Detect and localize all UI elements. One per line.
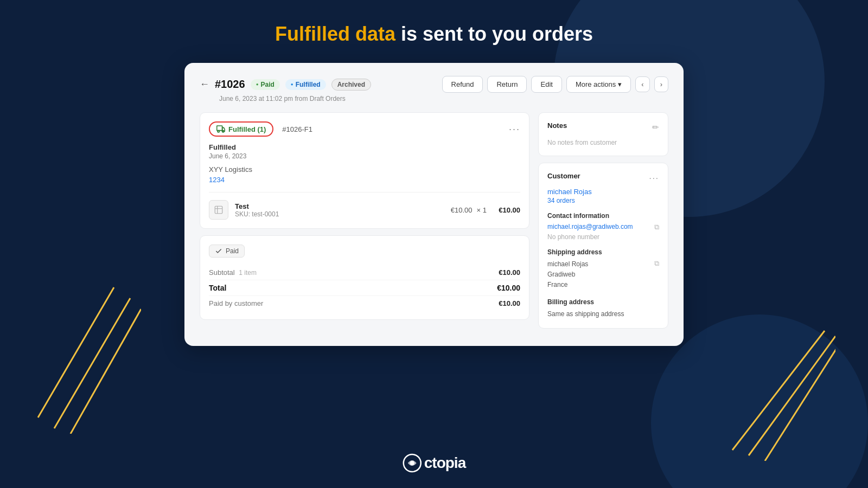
- notes-content: No notes from customer: [547, 139, 617, 146]
- nav-next-button[interactable]: ›: [654, 76, 668, 92]
- fulfillment-date: June 6, 2023: [209, 152, 520, 160]
- checkmark-icon: [215, 247, 222, 255]
- total-label: Total: [209, 284, 226, 292]
- contact-email-link[interactable]: michael.rojas@gradiweb.com: [547, 223, 633, 230]
- shipping-section-label: Shipping address: [547, 248, 659, 256]
- copy-email-icon[interactable]: ⧉: [654, 223, 659, 232]
- fulfillment-status: Fulfilled: [209, 143, 520, 151]
- main-layout: Fulfilled (1) #1026-F1 ··· Fulfilled Jun…: [200, 112, 668, 329]
- page-title: Fulfilled data is sent to you orders: [0, 0, 868, 46]
- svg-rect-9: [215, 206, 222, 214]
- fulfilled-badge: Fulfilled (1): [209, 121, 273, 137]
- notes-header: Notes ✏: [547, 121, 659, 133]
- tracking-link[interactable]: 1234: [209, 176, 225, 184]
- logistics-name: XYY Logistics: [209, 165, 520, 174]
- order-header-left: ← #1026 Paid Fulfilled Archived: [200, 78, 371, 91]
- title-highlight: Fulfilled data: [275, 23, 395, 45]
- svg-line-5: [765, 342, 835, 461]
- customer-header: Customer ···: [547, 172, 659, 183]
- back-arrow[interactable]: ←: [200, 79, 209, 90]
- copy-shipping-icon[interactable]: ⧉: [654, 259, 659, 268]
- truck-icon: [216, 125, 225, 133]
- svg-line-2: [71, 309, 141, 434]
- notes-panel: Notes ✏ No notes from customer: [538, 112, 668, 156]
- subtotal-label: Subtotal 1 item: [209, 268, 257, 277]
- order-card: ← #1026 Paid Fulfilled Archived Refund R…: [184, 63, 684, 346]
- product-name: Test: [235, 202, 444, 210]
- product-unit-price: €10.00: [451, 206, 473, 214]
- order-actions: Refund Return Edit More actions ▾ ‹ ›: [442, 76, 668, 93]
- contact-section-label: Contact information: [547, 212, 659, 220]
- fulfilled-header: Fulfilled (1) #1026-F1 ···: [209, 121, 520, 137]
- return-button[interactable]: Return: [487, 76, 527, 93]
- payment-panel: Paid Subtotal 1 item €10.00 Total €10.00…: [200, 235, 529, 320]
- deco-lines-left: [22, 282, 141, 434]
- badge-paid: Paid: [251, 79, 280, 90]
- edit-button[interactable]: Edit: [531, 76, 561, 93]
- subtotal-items: 1 item: [239, 269, 257, 277]
- order-header: ← #1026 Paid Fulfilled Archived Refund R…: [200, 76, 668, 93]
- svg-rect-6: [217, 126, 222, 131]
- product-sku: SKU: test-0001: [235, 210, 444, 218]
- fulfilled-header-left: Fulfilled (1) #1026-F1: [209, 121, 312, 137]
- billing-address-text: Same as shipping address: [547, 309, 659, 319]
- total-row: Total €10.00: [209, 280, 520, 296]
- product-row: Test SKU: test-0001 €10.00 × 1 €10.00: [209, 192, 520, 220]
- title-normal: is sent to you orders: [395, 23, 593, 45]
- fulfilled-panel: Fulfilled (1) #1026-F1 ··· Fulfilled Jun…: [200, 112, 529, 229]
- logo-text: ctopia: [424, 454, 465, 472]
- chevron-down-icon: ▾: [618, 80, 622, 88]
- customer-panel: Customer ··· michael Rojas 34 orders Con…: [538, 163, 668, 329]
- badge-archived: Archived: [331, 79, 371, 91]
- left-col: Fulfilled (1) #1026-F1 ··· Fulfilled Jun…: [200, 112, 529, 329]
- paid-by-label: Paid by customer: [209, 299, 263, 307]
- shipping-address-text: michael Rojas Gradiweb France: [547, 259, 588, 291]
- svg-line-1: [54, 298, 130, 428]
- product-price: €10.00 × 1: [451, 206, 487, 214]
- logo-icon: [403, 453, 422, 473]
- customer-more-icon[interactable]: ···: [649, 173, 659, 182]
- product-quantity: × 1: [477, 206, 487, 214]
- customer-title: Customer: [547, 172, 580, 180]
- product-total: €10.00: [493, 206, 520, 214]
- badge-fulfilled: Fulfilled: [285, 79, 326, 90]
- paid-by-amount: €10.00: [499, 299, 520, 307]
- customer-name-link[interactable]: michael Rojas: [547, 188, 659, 196]
- subtotal-amount: €10.00: [499, 268, 520, 277]
- svg-line-0: [38, 287, 114, 418]
- more-actions-button[interactable]: More actions ▾: [566, 76, 631, 93]
- order-subtitle: June 6, 2023 at 11:02 pm from Draft Orde…: [219, 95, 668, 102]
- deco-lines-right: [727, 325, 835, 461]
- contact-email-row: michael.rojas@gradiweb.com ⧉: [547, 223, 659, 232]
- subtotal-row: Subtotal 1 item €10.00: [209, 265, 520, 280]
- footer-logo: ctopia: [403, 453, 465, 473]
- paid-status-badge: Paid: [209, 245, 245, 258]
- svg-point-7: [218, 131, 219, 132]
- billing-section-label: Billing address: [547, 298, 659, 306]
- order-number: #1026: [215, 78, 245, 91]
- svg-point-11: [410, 461, 414, 465]
- product-icon: [209, 200, 228, 220]
- refund-button[interactable]: Refund: [442, 76, 483, 93]
- product-info: Test SKU: test-0001: [235, 202, 444, 218]
- right-col: Notes ✏ No notes from customer Customer …: [538, 112, 668, 329]
- total-amount: €10.00: [497, 284, 520, 292]
- shipping-address-row: michael Rojas Gradiweb France ⧉: [547, 259, 659, 291]
- notes-title: Notes: [547, 121, 567, 130]
- contact-phone: No phone number: [547, 233, 659, 241]
- svg-line-4: [749, 336, 835, 455]
- fulfillment-id: #1026-F1: [282, 125, 312, 133]
- customer-orders-link[interactable]: 34 orders: [547, 197, 659, 204]
- paid-by-row: Paid by customer €10.00: [209, 296, 520, 311]
- package-icon: [214, 205, 224, 215]
- notes-edit-icon[interactable]: ✏: [652, 123, 659, 132]
- three-dots-menu[interactable]: ···: [509, 124, 520, 135]
- nav-prev-button[interactable]: ‹: [635, 76, 649, 92]
